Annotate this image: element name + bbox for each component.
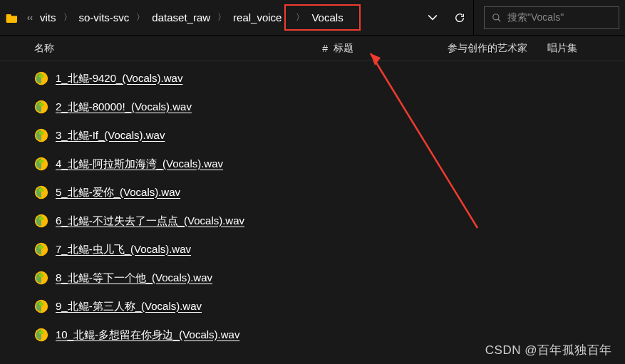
breadcrumb-item[interactable]: dataset_raw xyxy=(149,10,213,25)
search-placeholder: 搜索"Vocals" xyxy=(507,11,564,24)
audio-file-icon xyxy=(34,100,48,114)
toolbar-divider xyxy=(473,0,474,36)
breadcrumb-item[interactable]: vits xyxy=(37,10,59,25)
file-name[interactable]: 10_北鲲-多想留在你身边_(Vocals).wav xyxy=(56,328,239,342)
svg-point-19 xyxy=(39,302,44,306)
file-row[interactable]: 6_北鲲-不过失去了一点点_(Vocals).wav xyxy=(0,207,625,235)
column-header-artist[interactable]: 参与创作的艺术家 xyxy=(448,42,547,55)
svg-point-9 xyxy=(39,160,44,163)
svg-point-11 xyxy=(39,188,44,192)
file-row[interactable]: 5_北鲲-爱你_(Vocals).wav xyxy=(0,178,625,207)
audio-file-icon xyxy=(34,157,48,171)
file-name[interactable]: 7_北鲲-虫儿飞_(Vocals).wav xyxy=(56,243,191,256)
chevron-right-icon: 〉 xyxy=(59,11,76,24)
svg-point-7 xyxy=(39,131,44,135)
file-list: 1_北鲲-9420_(Vocals).wav2_北鲲-80000!_(Vocal… xyxy=(0,61,625,349)
audio-file-icon xyxy=(34,128,48,142)
file-name[interactable]: 2_北鲲-80000!_(Vocals).wav xyxy=(56,100,192,114)
file-name[interactable]: 5_北鲲-爱你_(Vocals).wav xyxy=(56,186,180,199)
audio-file-icon xyxy=(34,271,48,285)
breadcrumb-current-highlight: 〉 Vocals xyxy=(284,4,360,31)
chevron-right-icon: 〉 xyxy=(132,11,149,24)
svg-point-13 xyxy=(39,217,44,220)
file-row[interactable]: 1_北鲲-9420_(Vocals).wav xyxy=(0,64,625,93)
breadcrumb-item[interactable]: real_voice xyxy=(230,10,284,25)
svg-point-15 xyxy=(39,245,44,249)
history-dropdown-button[interactable] xyxy=(420,6,445,30)
search-input[interactable]: 搜索"Vocals" xyxy=(484,6,619,29)
file-row[interactable]: 2_北鲲-80000!_(Vocals).wav xyxy=(0,93,625,121)
svg-point-5 xyxy=(39,103,44,106)
svg-point-0 xyxy=(493,14,499,19)
column-header-title[interactable]: 标题 xyxy=(334,42,448,55)
svg-point-3 xyxy=(39,74,44,78)
column-header-number[interactable]: # xyxy=(305,43,334,54)
audio-file-icon xyxy=(34,214,48,228)
file-name[interactable]: 6_北鲲-不过失去了一点点_(Vocals).wav xyxy=(56,214,244,228)
svg-point-21 xyxy=(39,331,44,334)
file-row[interactable]: 10_北鲲-多想留在你身边_(Vocals).wav xyxy=(0,321,625,349)
audio-file-icon xyxy=(34,242,48,256)
column-headers: 名称 # 标题 参与创作的艺术家 唱片集 xyxy=(0,36,625,61)
breadcrumb: vits 〉 so-vits-svc 〉 dataset_raw 〉 real_… xyxy=(37,0,418,36)
file-name[interactable]: 4_北鲲-阿拉斯加海湾_(Vocals).wav xyxy=(56,157,223,171)
svg-point-17 xyxy=(39,274,44,277)
column-header-album[interactable]: 唱片集 xyxy=(547,42,583,55)
chevron-right-icon: 〉 xyxy=(291,11,309,24)
folder-icon xyxy=(6,13,19,23)
file-row[interactable]: 8_北鲲-等下一个他_(Vocals).wav xyxy=(0,264,625,292)
chevron-right-icon: 〉 xyxy=(213,11,230,24)
refresh-button[interactable] xyxy=(448,6,472,30)
file-name[interactable]: 3_北鲲-If_(Vocals).wav xyxy=(56,129,165,142)
audio-file-icon xyxy=(34,328,48,342)
audio-file-icon xyxy=(34,71,48,85)
address-toolbar: ‹‹ vits 〉 so-vits-svc 〉 dataset_raw 〉 re… xyxy=(0,0,625,36)
audio-file-icon xyxy=(34,299,48,313)
breadcrumb-item[interactable]: so-vits-svc xyxy=(76,10,133,25)
file-row[interactable]: 4_北鲲-阿拉斯加海湾_(Vocals).wav xyxy=(0,150,625,178)
column-header-name[interactable]: 名称 xyxy=(34,42,305,55)
breadcrumb-item-current[interactable]: Vocals xyxy=(309,10,346,25)
audio-file-icon xyxy=(34,185,48,199)
file-name[interactable]: 1_北鲲-9420_(Vocals).wav xyxy=(56,72,182,85)
file-name[interactable]: 8_北鲲-等下一个他_(Vocals).wav xyxy=(56,271,212,285)
svg-line-1 xyxy=(498,19,501,21)
chevron-left-icon[interactable]: ‹‹ xyxy=(23,13,37,23)
file-row[interactable]: 9_北鲲-第三人称_(Vocals).wav xyxy=(0,292,625,321)
file-name[interactable]: 9_北鲲-第三人称_(Vocals).wav xyxy=(56,300,202,313)
file-row[interactable]: 7_北鲲-虫儿飞_(Vocals).wav xyxy=(0,235,625,264)
file-row[interactable]: 3_北鲲-If_(Vocals).wav xyxy=(0,121,625,150)
